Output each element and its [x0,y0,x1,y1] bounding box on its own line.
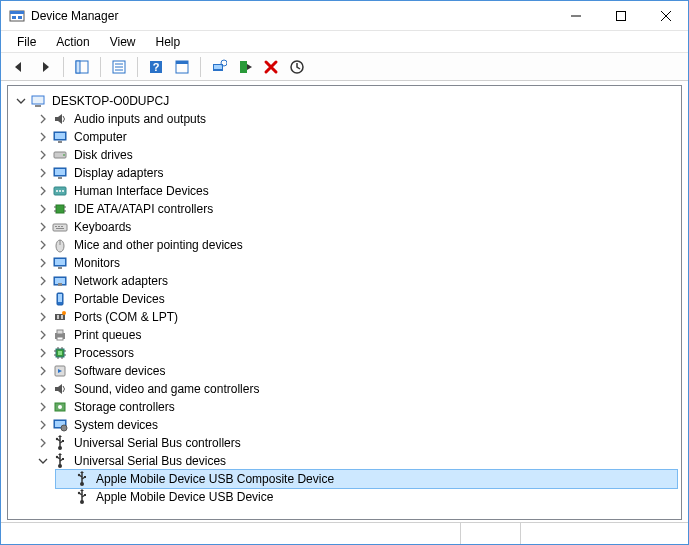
tree-category[interactable]: Portable Devices [34,290,677,308]
svg-rect-28 [58,141,62,143]
chevron-down-icon[interactable] [14,94,28,108]
tree-category[interactable]: Mice and other pointing devices [34,236,677,254]
tree-category[interactable]: Sound, video and game controllers [34,380,677,398]
chevron-down-icon[interactable] [36,454,50,468]
chevron-right-icon[interactable] [36,202,50,216]
chevron-right-icon[interactable] [36,130,50,144]
category-label: Print queues [70,328,141,342]
svg-rect-97 [84,494,86,496]
usb-icon [74,489,90,505]
show-hide-tree-button[interactable] [70,56,94,78]
menu-file[interactable]: File [9,33,44,51]
tree-root-node[interactable]: DESKTOP-O0DUPCJ [12,92,677,110]
tree-category[interactable]: Universal Serial Bus controllers [34,434,677,452]
svg-point-37 [62,190,64,192]
category-label: Ports (COM & LPT) [70,310,178,324]
svg-point-84 [56,438,58,440]
svg-rect-64 [57,337,63,340]
svg-rect-44 [55,226,57,227]
svg-rect-2 [12,16,16,19]
menu-view[interactable]: View [102,33,144,51]
chevron-right-icon[interactable] [36,400,50,414]
chevron-right-icon[interactable] [36,256,50,270]
action-button[interactable] [170,56,194,78]
chevron-right-icon[interactable] [36,238,50,252]
computer-icon [30,93,46,109]
svg-rect-47 [56,228,64,229]
chevron-right-icon[interactable] [36,274,50,288]
category-label: IDE ATA/ATAPI controllers [70,202,213,216]
tree-category[interactable]: Ports (COM & LPT) [34,308,677,326]
toolbar-separator [200,57,201,77]
device-label: Apple Mobile Device USB Composite Device [92,472,334,486]
chevron-right-icon[interactable] [36,328,50,342]
tree-category[interactable]: Display adapters [34,164,677,182]
back-button[interactable] [7,56,31,78]
menu-action[interactable]: Action [48,33,97,51]
tree-category[interactable]: Storage controllers [34,398,677,416]
svg-text:?: ? [153,61,160,73]
tree-spacer [58,490,72,504]
chevron-right-icon[interactable] [36,418,50,432]
chevron-right-icon[interactable] [36,220,50,234]
svg-rect-33 [58,177,62,179]
usb-icon [52,453,68,469]
tree-category[interactable]: Software devices [34,362,677,380]
forward-button[interactable] [33,56,57,78]
device-tree[interactable]: DESKTOP-O0DUPCJ Audio inputs and outputs… [7,85,682,520]
tree-category[interactable]: Human Interface Devices [34,182,677,200]
toolbar-separator [100,57,101,77]
tree-category[interactable]: Monitors [34,254,677,272]
network-icon [52,273,68,289]
update-driver-button[interactable] [285,56,309,78]
close-button[interactable] [643,1,688,30]
svg-rect-55 [58,283,62,286]
chevron-right-icon[interactable] [36,292,50,306]
svg-point-30 [63,154,65,156]
tree-category[interactable]: Print queues [34,326,677,344]
usb-icon [52,435,68,451]
help-button[interactable]: ? [144,56,168,78]
chevron-right-icon[interactable] [36,184,50,198]
svg-point-96 [78,492,80,494]
chevron-right-icon[interactable] [36,148,50,162]
svg-rect-89 [62,458,64,460]
tree-category[interactable]: Disk drives [34,146,677,164]
chevron-right-icon[interactable] [36,346,50,360]
chevron-right-icon[interactable] [36,166,50,180]
svg-point-61 [62,311,66,315]
tree-category[interactable]: Computer [34,128,677,146]
drive-icon [52,147,68,163]
system-icon [52,417,68,433]
tree-category[interactable]: Network adapters [34,272,677,290]
tree-device[interactable]: Apple Mobile Device USB Composite Device [56,470,677,488]
svg-rect-52 [58,267,62,269]
menu-help[interactable]: Help [148,33,189,51]
svg-rect-45 [58,226,60,227]
tree-category[interactable]: Keyboards [34,218,677,236]
uninstall-device-button[interactable] [259,56,283,78]
cpu-icon [52,345,68,361]
device-manager-window: Device Manager File Action View Help [0,0,689,545]
root-label: DESKTOP-O0DUPCJ [48,94,169,108]
chevron-right-icon[interactable] [36,382,50,396]
category-label: Display adapters [70,166,163,180]
chevron-right-icon[interactable] [36,364,50,378]
minimize-button[interactable] [553,1,598,30]
svg-point-92 [78,474,80,476]
tree-category[interactable]: System devices [34,416,677,434]
tree-category[interactable]: IDE ATA/ATAPI controllers [34,200,677,218]
properties-button[interactable] [107,56,131,78]
enable-device-button[interactable] [233,56,257,78]
toolbar: ? [1,53,688,81]
scan-hardware-button[interactable] [207,56,231,78]
tree-category[interactable]: Audio inputs and outputs [34,110,677,128]
chevron-right-icon[interactable] [36,112,50,126]
maximize-button[interactable] [598,1,643,30]
svg-rect-9 [76,61,80,73]
tree-device[interactable]: Apple Mobile Device USB Device [56,488,677,506]
chevron-right-icon[interactable] [36,436,50,450]
chevron-right-icon[interactable] [36,310,50,324]
tree-category[interactable]: Universal Serial Bus devices [34,452,677,470]
tree-category[interactable]: Processors [34,344,677,362]
